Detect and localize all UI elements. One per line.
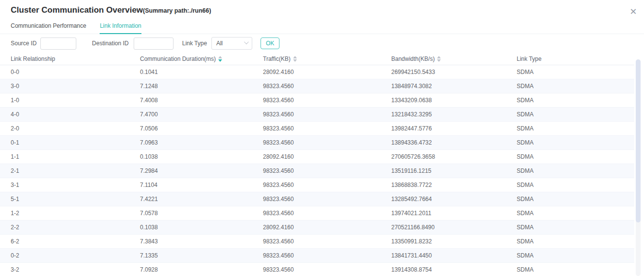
table-cell: 270605726.3658 [391, 153, 517, 160]
table-cell: SDMA [517, 252, 634, 259]
sort-icon[interactable] [437, 54, 441, 64]
table-cell: SDMA [517, 69, 634, 75]
table-cell: SDMA [517, 167, 634, 174]
table-cell: SDMA [517, 83, 634, 90]
source-id-label: Source ID [11, 40, 36, 47]
table-cell: SDMA [517, 139, 634, 146]
table-cell: SDMA [517, 125, 634, 132]
table-cell: 7.0928 [140, 266, 263, 273]
dialog-header: Cluster Communication Overview(Summary p… [0, 0, 644, 15]
table-row: 3-07.124898323.456013848974.3082SDMA [0, 79, 634, 93]
caret-up-icon [218, 54, 222, 58]
table-cell: 7.0506 [140, 125, 263, 132]
caret-down-icon [437, 59, 441, 64]
table-row: 2-17.298498323.456013519116.1215SDMA [0, 164, 634, 178]
table-cell: 0.1038 [140, 153, 263, 160]
source-id-input[interactable] [40, 37, 76, 50]
caret-down-icon [218, 59, 222, 64]
table-cell: 28092.4160 [263, 153, 391, 160]
table-cell: 98323.4560 [263, 238, 391, 245]
table-row: 3-17.110498323.456013868838.7722SDMA [0, 178, 634, 192]
table-cell: 7.1248 [140, 83, 263, 90]
destination-id-input[interactable] [134, 37, 174, 50]
table-cell: 270521166.8490 [391, 224, 517, 231]
close-icon[interactable]: ✕ [628, 7, 638, 17]
column-header-3[interactable]: Bandwidth(KB/s) [391, 54, 517, 64]
table-cell: 1-2 [11, 210, 140, 217]
table-row: 5-17.422198323.456013285492.7664SDMA [0, 192, 634, 206]
column-header-2[interactable]: Traffic(KB) [263, 54, 391, 64]
table-row: 3-27.092898323.456013914308.8754SDMA [0, 263, 634, 276]
table-cell: 98323.4560 [263, 266, 391, 273]
table-cell: 2-2 [11, 224, 140, 231]
table-cell: 13350991.8232 [391, 238, 517, 245]
caret-down-icon [293, 59, 297, 64]
tab-communication-performance[interactable]: Communication Performance [11, 19, 86, 34]
table-cell: 1-0 [11, 97, 140, 104]
column-header-label: Communication Duration(ms) [140, 55, 216, 62]
table-cell: 2-0 [11, 125, 140, 132]
table-cell: SDMA [517, 210, 634, 217]
vertical-scrollbar-thumb[interactable] [636, 59, 641, 222]
column-header-label: Bandwidth(KB/s) [391, 55, 435, 62]
table-cell: 98323.4560 [263, 111, 391, 118]
table-cell: 0-2 [11, 252, 140, 259]
table-cell: 0-1 [11, 139, 140, 146]
sort-icon[interactable] [293, 54, 297, 64]
table-cell: 5-1 [11, 196, 140, 202]
table-cell: 13841731.4450 [391, 252, 517, 259]
link-type-select[interactable]: All [211, 37, 252, 50]
table-cell: 0-0 [11, 69, 140, 75]
table-cell: 98323.4560 [263, 83, 391, 90]
table-cell: 7.1104 [140, 182, 263, 188]
table-cell: 13914308.8754 [391, 266, 517, 273]
table-cell: 2-1 [11, 167, 140, 174]
caret-up-icon [437, 54, 441, 58]
table-cell: 13343209.0638 [391, 97, 517, 104]
table-row: 0-00.104128092.4160269942150.5433SDMA [0, 65, 634, 79]
table-row: 6-27.384398323.456013350991.8232SDMA [0, 235, 634, 249]
table-cell: 7.4008 [140, 97, 263, 104]
table-cell: SDMA [517, 182, 634, 188]
table-header-row: Link RelationshipCommunication Duration(… [0, 53, 634, 65]
table-cell: 98323.4560 [263, 210, 391, 217]
column-header-4: Link Type [517, 55, 634, 62]
chevron-down-icon [244, 39, 249, 44]
table-cell: 7.0578 [140, 210, 263, 217]
table-cell: SDMA [517, 111, 634, 118]
column-header-0: Link Relationship [11, 55, 140, 62]
table-cell: 13982447.5776 [391, 125, 517, 132]
link-information-table: Link RelationshipCommunication Duration(… [0, 53, 644, 276]
vertical-scrollbar-track[interactable] [636, 59, 641, 276]
table-row: 1-27.057898323.456013974021.2011SDMA [0, 206, 634, 221]
table-row: 2-20.103828092.4160270521166.8490SDMA [0, 221, 634, 235]
column-header-label: Link Relationship [11, 55, 55, 62]
table-cell: 13218432.3295 [391, 111, 517, 118]
table-cell: 3-0 [11, 83, 140, 90]
sort-icon[interactable] [218, 54, 222, 64]
table-cell: 1-1 [11, 153, 140, 160]
table-row: 0-27.133598323.456013841731.4450SDMA [0, 249, 634, 263]
ok-button[interactable]: OK [261, 37, 279, 49]
table-cell: 98323.4560 [263, 167, 391, 174]
page-title: Cluster Communication Overview [11, 5, 143, 15]
cluster-communication-dialog: { "dialog": { "title": "Cluster Communic… [0, 0, 644, 276]
table-cell: 13519116.1215 [391, 167, 517, 174]
table-cell: 98323.4560 [263, 252, 391, 259]
table-cell: 13848974.3082 [391, 83, 517, 90]
table-cell: 98323.4560 [263, 97, 391, 104]
table-cell: 28092.4160 [263, 69, 391, 75]
table-cell: 0.1038 [140, 224, 263, 231]
link-type-selected-value: All [216, 40, 223, 47]
table-cell: 7.3843 [140, 238, 263, 245]
table-body: 0-00.104128092.4160269942150.5433SDMA3-0… [0, 65, 634, 276]
table-cell: 7.1335 [140, 252, 263, 259]
column-header-1[interactable]: Communication Duration(ms) [140, 54, 263, 64]
table-cell: 6-2 [11, 238, 140, 245]
table-cell: SDMA [517, 266, 634, 273]
table-row: 1-07.400898323.456013343209.0638SDMA [0, 93, 634, 108]
tab-link-information[interactable]: Link Information [100, 19, 141, 34]
table-row: 4-07.470098323.456013218432.3295SDMA [0, 108, 634, 122]
caret-up-icon [293, 54, 297, 58]
table-cell: 13974021.2011 [391, 210, 517, 217]
